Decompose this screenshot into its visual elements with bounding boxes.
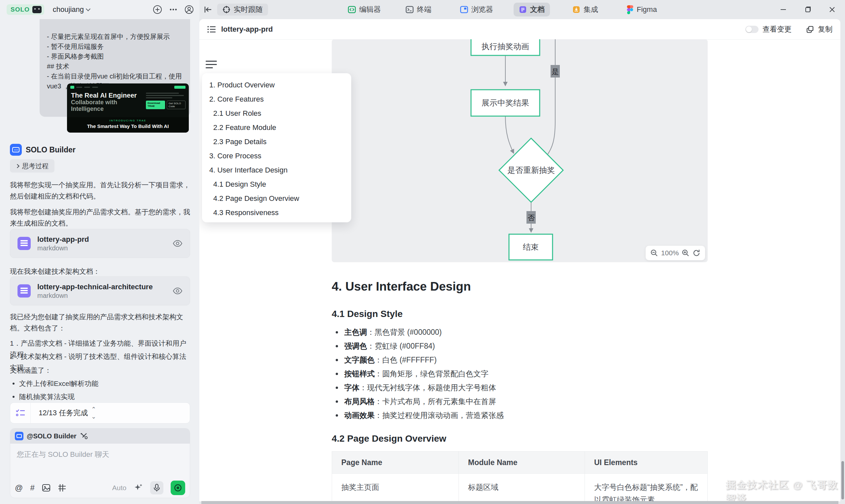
design-style-item: 布局风格：卡片式布局，所有元素集中在首屏 bbox=[332, 395, 708, 408]
subsection-heading: 4.1 Design Style bbox=[332, 309, 403, 319]
tab-label: 实时跟随 bbox=[234, 5, 263, 15]
more-menu-icon[interactable] bbox=[168, 5, 178, 15]
file-card-architecture[interactable]: lottery-app-technical-architecture markd… bbox=[10, 276, 190, 305]
auto-mode-label[interactable]: Auto bbox=[112, 484, 126, 492]
assistant-name: SOLO Builder bbox=[26, 145, 75, 155]
vertical-scrollbar-thumb[interactable] bbox=[841, 461, 844, 499]
tab-terminal[interactable]: 终端 bbox=[406, 0, 432, 19]
chevron-right-icon bbox=[15, 164, 19, 168]
chat-composer[interactable]: @SOLO Builder 您正在与 SOLO Builder 聊天 @ # A… bbox=[10, 428, 190, 498]
window-maximize-button[interactable] bbox=[804, 6, 811, 13]
solo-logo-text: SOLO bbox=[11, 6, 30, 13]
integrations-icon bbox=[573, 6, 580, 14]
task-progress-bar[interactable]: 12/13 任务完成 ⌃⌄ bbox=[10, 402, 190, 424]
solo-bot-icon bbox=[32, 6, 41, 13]
collapse-sidebar-icon[interactable] bbox=[204, 6, 212, 13]
reference-screenshot-image[interactable]: The Real AI Engineer Collaborate with In… bbox=[67, 84, 189, 132]
hash-context-icon[interactable]: # bbox=[30, 483, 34, 492]
toc-item[interactable]: 2.3 Page Details bbox=[202, 134, 351, 149]
browser-icon bbox=[460, 6, 468, 14]
outline-list-icon[interactable] bbox=[207, 25, 216, 33]
preview-kicker: INTRODUCING TRAE bbox=[67, 119, 189, 122]
flow-node-decision: 是否重新抽奖 bbox=[507, 166, 555, 175]
zoom-out-icon[interactable] bbox=[650, 249, 658, 257]
copy-icon[interactable] bbox=[806, 25, 814, 33]
flow-node-exec: 执行抽奖动画 bbox=[481, 42, 529, 51]
expand-collapse-icon[interactable]: ⌃⌄ bbox=[91, 406, 96, 420]
frame-attach-icon[interactable] bbox=[58, 484, 66, 492]
zoom-in-icon[interactable] bbox=[682, 249, 689, 257]
mic-button[interactable] bbox=[150, 481, 163, 494]
numbered-item: 1．产品需求文档 - 详细描述了业务功能、界面设计和用户流程 bbox=[10, 338, 190, 351]
workspace-switcher[interactable]: choujiang bbox=[53, 5, 90, 14]
reset-view-icon[interactable] bbox=[692, 249, 700, 257]
window-close-button[interactable] bbox=[828, 6, 836, 13]
message-input[interactable]: 您正在与 SOLO Builder 聊天 bbox=[10, 444, 190, 465]
toc-toggle-button[interactable] bbox=[206, 61, 217, 68]
view-changes-label[interactable]: 查看变更 bbox=[762, 24, 792, 34]
toc-item[interactable]: 2.2 Feature Module bbox=[202, 120, 351, 134]
tab-editor[interactable]: 编辑器 bbox=[348, 0, 381, 19]
assistant-paragraph: 我将帮您实现一个抽奖应用。首先让我分析一下项目需求，然后创建相应的文档和代码。 bbox=[10, 179, 190, 202]
file-card-prd[interactable]: lottery-app-prd markdown bbox=[10, 229, 190, 258]
flow-edge-label-no: 否 bbox=[527, 214, 535, 222]
editor-icon bbox=[348, 6, 356, 14]
user-message-line: - 尽量把元素呈现在首屏中，方便投屏展示 bbox=[47, 32, 183, 41]
mention-icon[interactable]: @ bbox=[15, 483, 23, 492]
toc-item[interactable]: 4.1 Design Style bbox=[202, 177, 351, 191]
design-style-item: 字体：现代无衬线字体，标题使用大字号粗体 bbox=[332, 381, 708, 395]
tab-docs-active[interactable]: 文档 bbox=[514, 3, 550, 17]
file-type: markdown bbox=[37, 245, 89, 252]
view-changes-toggle[interactable] bbox=[745, 26, 758, 33]
design-style-item: 主色调：黑色背景 (#000000) bbox=[332, 325, 708, 339]
copy-label[interactable]: 复制 bbox=[818, 24, 832, 34]
new-chat-icon[interactable] bbox=[153, 5, 162, 15]
table-cell: 大字号白色标题“抽奖系统”，配以霓虹绿装饰元素 bbox=[585, 474, 708, 501]
account-icon[interactable] bbox=[184, 5, 194, 15]
solo-logo[interactable]: SOLO bbox=[6, 4, 44, 15]
preview-eye-icon[interactable] bbox=[173, 287, 182, 295]
trae-logo-icon bbox=[70, 86, 74, 89]
thinking-process-toggle[interactable]: 思考过程 bbox=[10, 159, 54, 173]
sparkle-icon[interactable] bbox=[134, 483, 143, 492]
tab-browser[interactable]: 浏览器 bbox=[460, 0, 493, 19]
watermark: 掘金技术社区 @ 飞哥数智谈 bbox=[726, 478, 840, 501]
tab-label: 浏览器 bbox=[471, 5, 493, 15]
tab-label: 终端 bbox=[417, 5, 432, 15]
table-row: 抽奖主页面 标题区域 大字号白色标题“抽奖系统”，配以霓虹绿装饰元素 bbox=[332, 473, 707, 501]
horizontal-scrollbar[interactable] bbox=[201, 501, 839, 504]
toc-item[interactable]: 3. Core Process bbox=[202, 149, 351, 163]
voice-record-button[interactable] bbox=[171, 481, 185, 495]
toc-item[interactable]: 1. Product Overview bbox=[202, 78, 351, 92]
assistant-paragraph: 我将帮您创建抽奖应用的产品需求文档。基于您的需求，我来生成相应的文档。 bbox=[10, 206, 190, 229]
tab-figma[interactable]: Figma bbox=[627, 0, 657, 19]
tab-label: 编辑器 bbox=[359, 5, 381, 15]
image-attach-icon[interactable] bbox=[42, 484, 51, 492]
toc-list: 1. Product Overview 2. Core Features 2.1… bbox=[202, 78, 351, 220]
workspace-name: choujiang bbox=[53, 5, 84, 14]
table-header-cell: UI Elements bbox=[585, 452, 708, 473]
tab-integrations[interactable]: 集成 bbox=[573, 0, 598, 19]
design-style-list: 主色调：黑色背景 (#000000) 强调色：霓虹绿 (#00FF84) 文字颜… bbox=[332, 325, 708, 422]
flowchart-canvas[interactable]: 执行抽奖动画 展示中奖结果 是否重新抽奖 结束 是 否 100% bbox=[332, 39, 708, 262]
tab-realtime-follow[interactable]: 实时跟随 bbox=[217, 4, 268, 16]
toc-item[interactable]: 4.3 Responsiveness bbox=[202, 205, 351, 220]
preview-tagline: The Smartest Way To Build With AI bbox=[67, 123, 189, 129]
toc-item[interactable]: 2. Core Features bbox=[202, 92, 351, 106]
preview-eye-icon[interactable] bbox=[173, 239, 182, 247]
toc-item[interactable]: 2.1 User Roles bbox=[202, 106, 351, 120]
assistant-paragraph: 我已经为您创建了抽奖应用的产品需求文档和技术架构文档。文档包含了： bbox=[10, 311, 190, 334]
composer-agent-label: @SOLO Builder bbox=[27, 432, 76, 440]
assistant-header: SOLO Builder bbox=[10, 144, 75, 156]
document-header: lottery-app-prd 查看变更 复制 bbox=[199, 19, 840, 40]
toc-item[interactable]: 4.2 Page Design Overview bbox=[202, 191, 351, 205]
document-title: lottery-app-prd bbox=[221, 25, 272, 34]
numbered-item: 2．技术架构文档 - 说明了技术选型、组件设计和核心算法实现 bbox=[10, 351, 190, 364]
docs-icon bbox=[519, 6, 527, 14]
tab-label: Figma bbox=[637, 5, 657, 14]
window-minimize-button[interactable] bbox=[780, 6, 787, 13]
toc-item[interactable]: 4. User Interface Design bbox=[202, 163, 351, 177]
thinking-process-label: 思考过程 bbox=[22, 162, 49, 170]
numbered-list: 1．产品需求文档 - 详细描述了业务功能、界面设计和用户流程2．技术架构文档 -… bbox=[10, 338, 190, 364]
user-message-line: - 界面风格参考截图 bbox=[47, 52, 183, 61]
